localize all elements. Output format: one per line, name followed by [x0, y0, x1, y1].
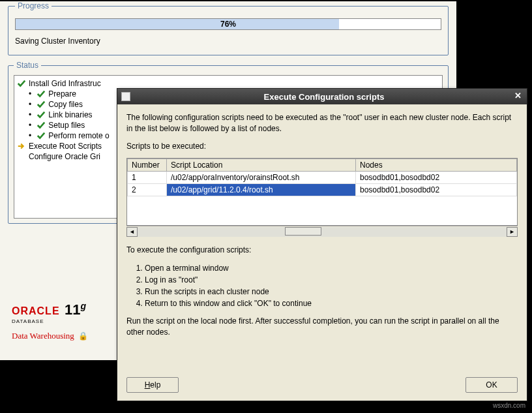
cell-nodes[interactable]: bosodbd01,bosodbd02	[356, 172, 517, 184]
watermark: wsxdn.com	[493, 402, 525, 409]
check-icon	[17, 79, 26, 88]
ok-button[interactable]: OK	[466, 377, 518, 393]
instruction-step: Log in as "root"	[145, 274, 518, 286]
dialog-titlebar[interactable]: Execute Configuration scripts ✕	[117, 89, 527, 104]
table-row[interactable]: 2/u02/app/grid/11.2.0.4/root.shbosodbd01…	[128, 184, 517, 196]
check-icon	[37, 131, 46, 140]
scroll-track[interactable]	[138, 227, 507, 237]
execute-scripts-dialog: Execute Configuration scripts ✕ The foll…	[117, 88, 527, 401]
check-icon	[37, 121, 46, 130]
brand-logo: ORACLE 11g DATABASE Data Warehousing 🔒	[12, 301, 88, 341]
dialog-icon	[121, 92, 130, 101]
scripts-table[interactable]: Number Script Location Nodes 1/u02/app/o…	[127, 159, 517, 196]
scroll-thumb[interactable]	[285, 227, 321, 236]
dialog-footer: Help OK	[126, 377, 518, 393]
status-legend: Status	[14, 61, 41, 70]
lock-icon: 🔒	[78, 331, 88, 341]
help-button[interactable]: Help	[126, 377, 179, 393]
col-number[interactable]: Number	[128, 159, 167, 172]
scroll-left-button[interactable]: ◄	[126, 227, 138, 237]
progress-legend: Progress	[15, 1, 52, 10]
cell-number[interactable]: 1	[128, 172, 167, 184]
status-item-label: Configure Oracle Gri	[29, 152, 100, 161]
status-item-label: Prepare	[48, 89, 76, 99]
logo-database: DATABASE	[12, 318, 88, 324]
table-row[interactable]: 1/u02/app/oraInventory/orainstRoot.shbos…	[128, 172, 517, 184]
status-item[interactable]: Install Grid Infrastruc	[17, 78, 439, 89]
progress-group: Progress 76% Saving Cluster Inventory	[8, 1, 449, 55]
close-icon[interactable]: ✕	[512, 91, 523, 102]
status-item-label: Copy files	[48, 100, 83, 109]
horizontal-scrollbar[interactable]: ◄ ►	[126, 226, 518, 237]
blank-icon	[17, 152, 26, 161]
dialog-footnote: Run the script on the local node first. …	[126, 316, 518, 338]
cell-location[interactable]: /u02/app/oraInventory/orainstRoot.sh	[167, 172, 356, 184]
status-item-label: Execute Root Scripts	[29, 142, 102, 151]
check-icon	[37, 100, 46, 109]
status-item-label: Install Grid Infrastruc	[29, 79, 101, 88]
check-icon	[37, 89, 46, 99]
logo-version: 11g	[65, 301, 86, 318]
dialog-intro: The following configuration scripts need…	[126, 112, 518, 134]
status-item-label: Setup files	[48, 121, 85, 130]
cell-location[interactable]: /u02/app/grid/11.2.0.4/root.sh	[167, 184, 356, 196]
instruction-steps: Open a terminal windowLog in as "root"Ru…	[145, 262, 518, 309]
status-item-label: Link binaries	[48, 110, 92, 119]
arrow-right-icon	[17, 142, 26, 151]
dialog-body: The following configuration scripts need…	[117, 104, 527, 352]
col-location[interactable]: Script Location	[167, 159, 356, 172]
progress-status-text: Saving Cluster Inventory	[15, 37, 441, 46]
scroll-right-button[interactable]: ►	[507, 227, 518, 237]
instruction-step: Open a terminal window	[145, 262, 518, 274]
check-icon	[37, 110, 46, 119]
help-label-rest: elp	[150, 380, 160, 390]
progress-percent: 76%	[16, 20, 441, 29]
cell-number[interactable]: 2	[128, 184, 167, 196]
progress-bar: 76%	[15, 18, 441, 30]
instruction-step: Return to this window and click "OK" to …	[145, 298, 518, 309]
col-nodes[interactable]: Nodes	[356, 159, 517, 172]
instructions-lead: To execute the configuration scripts:	[126, 245, 518, 256]
dialog-title: Execute Configuration scripts	[136, 92, 512, 102]
scripts-label: Scripts to be executed:	[126, 141, 518, 152]
cell-nodes[interactable]: bosodbd01,bosodbd02	[356, 184, 517, 196]
logo-tagline: Data Warehousing 🔒	[12, 331, 88, 341]
logo-brand: ORACLE	[12, 305, 60, 316]
status-item-label: Perform remote o	[48, 131, 109, 140]
instruction-step: Run the scripts in each cluster node	[145, 286, 518, 298]
scripts-table-container: Number Script Location Nodes 1/u02/app/o…	[126, 158, 518, 226]
table-header-row: Number Script Location Nodes	[128, 159, 517, 172]
